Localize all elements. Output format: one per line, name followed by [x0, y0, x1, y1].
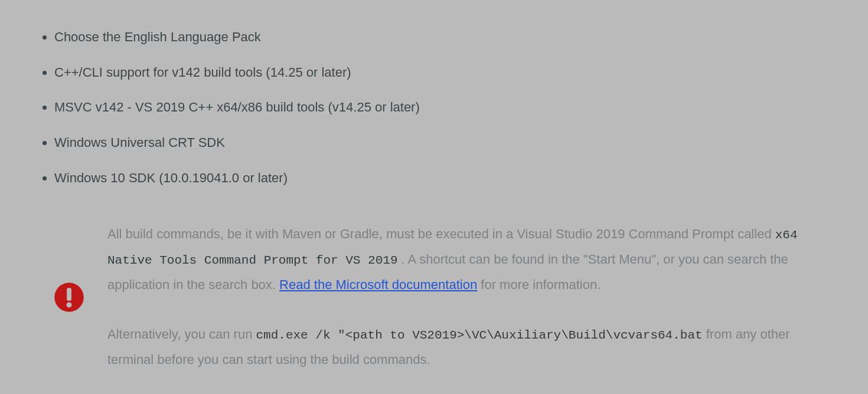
list-item: Windows 10 SDK (10.0.19041.0 or later) [54, 169, 838, 187]
note-text: Alternatively, you can run [107, 327, 256, 342]
important-icon [53, 281, 85, 313]
svg-point-2 [67, 302, 72, 307]
list-item: Choose the English Language Pack [54, 28, 838, 46]
important-body: All build commands, be it with Maven or … [107, 222, 833, 372]
svg-rect-1 [67, 288, 71, 300]
note-text: for more information. [481, 277, 601, 292]
important-note: All build commands, be it with Maven or … [30, 204, 838, 377]
note-text: All build commands, be it with Maven or … [107, 226, 775, 241]
doc-link[interactable]: Read the Microsoft documentation [279, 277, 477, 292]
list-item: MSVC v142 - VS 2019 C++ x64/x86 build to… [54, 98, 838, 116]
requirements-list: Choose the English Language Pack C++/CLI… [30, 28, 838, 186]
list-item: C++/CLI support for v142 build tools (14… [54, 64, 838, 81]
note-paragraph-1: All build commands, be it with Maven or … [107, 222, 833, 297]
note-paragraph-2: Alternatively, you can run cmd.exe /k "<… [107, 322, 833, 372]
document-body: Choose the English Language Pack C++/CLI… [0, 0, 868, 378]
code-inline: cmd.exe /k "<path to VS2019>\VC\Auxiliar… [256, 329, 703, 342]
list-item: Windows Universal CRT SDK [54, 134, 838, 152]
